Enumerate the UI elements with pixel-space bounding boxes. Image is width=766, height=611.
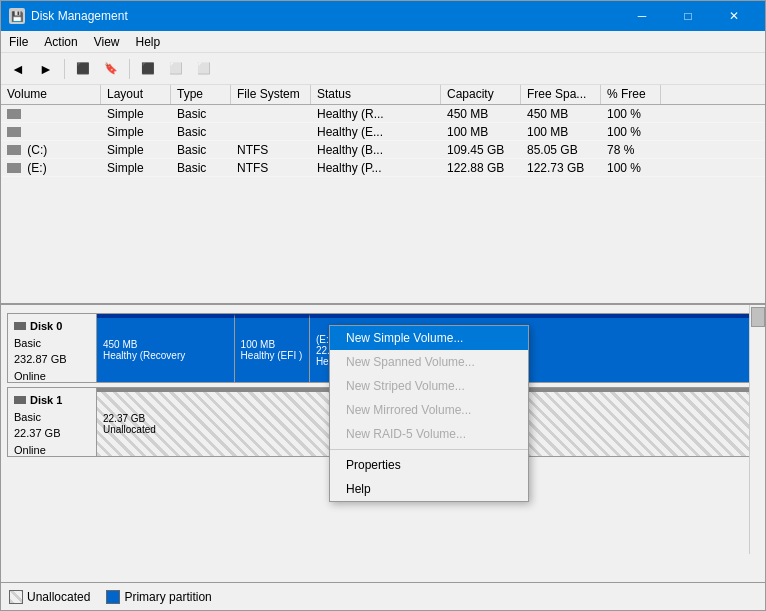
td-volume-2: (C:) (1, 142, 101, 158)
window-title: Disk Management (31, 9, 619, 23)
table-row[interactable]: Simple Basic Healthy (R... 450 MB 450 MB… (1, 105, 765, 123)
td-status-0: Healthy (R... (311, 106, 441, 122)
td-fs-1 (231, 131, 311, 133)
td-type-2: Basic (171, 142, 231, 158)
td-free-3: 122.73 GB (521, 160, 601, 176)
ctx-new-striped-volume: New Striped Volume... (330, 374, 528, 398)
td-volume-0 (1, 106, 101, 122)
legend-unallocated-box (9, 590, 23, 604)
back-button[interactable]: ◄ (5, 56, 31, 82)
menu-file[interactable]: File (1, 31, 36, 52)
partition-0-1[interactable]: 100 MB Healthy (EFI ) (235, 314, 310, 382)
legend-primary-label: Primary partition (124, 590, 211, 604)
td-status-3: Healthy (P... (311, 160, 441, 176)
title-bar: 💾 Disk Management ─ □ ✕ (1, 1, 765, 31)
scrollbar-thumb[interactable] (751, 307, 765, 327)
th-layout: Layout (101, 85, 171, 104)
legend-unallocated-label: Unallocated (27, 590, 90, 604)
menu-action[interactable]: Action (36, 31, 85, 52)
disk-area-scrollbar[interactable] (749, 305, 765, 554)
minimize-button[interactable]: ─ (619, 1, 665, 31)
td-cap-2: 109.45 GB (441, 142, 521, 158)
th-free: Free Spa... (521, 85, 601, 104)
partition-0-0[interactable]: 450 MB Healthy (Recovery (97, 314, 235, 382)
menu-bar: File Action View Help (1, 31, 765, 53)
table-header: Volume Layout Type File System Status Ca… (1, 85, 765, 105)
ctx-new-mirrored-volume: New Mirrored Volume... (330, 398, 528, 422)
td-status-1: Healthy (E... (311, 124, 441, 140)
toolbar-btn-4[interactable]: 🔖 (98, 56, 124, 82)
td-type-1: Basic (171, 124, 231, 140)
close-button[interactable]: ✕ (711, 1, 757, 31)
forward-button[interactable]: ► (33, 56, 59, 82)
td-fs-3: NTFS (231, 160, 311, 176)
th-pct: % Free (601, 85, 661, 104)
legend-primary: Primary partition (106, 590, 211, 604)
td-volume-1 (1, 124, 101, 140)
td-pct-0: 100 % (601, 106, 661, 122)
ctx-new-simple-volume[interactable]: New Simple Volume... (330, 326, 528, 350)
td-type-0: Basic (171, 106, 231, 122)
disk-1-label: Disk 1 Basic 22.37 GB Online (7, 387, 97, 457)
toolbar-separator-1 (64, 59, 65, 79)
ctx-separator (330, 449, 528, 450)
menu-view[interactable]: View (86, 31, 128, 52)
maximize-button[interactable]: □ (665, 1, 711, 31)
table-row[interactable]: (E:) Simple Basic NTFS Healthy (P... 122… (1, 159, 765, 177)
ctx-new-spanned-volume: New Spanned Volume... (330, 350, 528, 374)
window-icon: 💾 (9, 8, 25, 24)
td-type-3: Basic (171, 160, 231, 176)
th-capacity: Capacity (441, 85, 521, 104)
table-body: Simple Basic Healthy (R... 450 MB 450 MB… (1, 105, 765, 303)
legend-unallocated: Unallocated (9, 590, 90, 604)
ctx-help[interactable]: Help (330, 477, 528, 501)
legend-bar: Unallocated Primary partition (1, 582, 765, 610)
td-cap-1: 100 MB (441, 124, 521, 140)
td-fs-2: NTFS (231, 142, 311, 158)
table-row[interactable]: (C:) Simple Basic NTFS Healthy (B... 109… (1, 141, 765, 159)
td-volume-3: (E:) (1, 160, 101, 176)
legend-primary-box (106, 590, 120, 604)
toolbar-btn-5[interactable]: ⬛ (135, 56, 161, 82)
th-volume: Volume (1, 85, 101, 104)
td-pct-2: 78 % (601, 142, 661, 158)
toolbar-btn-6[interactable]: ⬜ (163, 56, 189, 82)
toolbar-btn-3[interactable]: ⬛ (70, 56, 96, 82)
td-status-2: Healthy (B... (311, 142, 441, 158)
td-cap-0: 450 MB (441, 106, 521, 122)
td-fs-0 (231, 113, 311, 115)
menu-help[interactable]: Help (128, 31, 169, 52)
table-area: Volume Layout Type File System Status Ca… (1, 85, 765, 305)
toolbar: ◄ ► ⬛ 🔖 ⬛ ⬜ ⬜ (1, 53, 765, 85)
main-window: 💾 Disk Management ─ □ ✕ File Action View… (0, 0, 766, 611)
toolbar-btn-7[interactable]: ⬜ (191, 56, 217, 82)
ctx-properties[interactable]: Properties (330, 453, 528, 477)
td-layout-2: Simple (101, 142, 171, 158)
td-cap-3: 122.88 GB (441, 160, 521, 176)
table-row[interactable]: Simple Basic Healthy (E... 100 MB 100 MB… (1, 123, 765, 141)
th-type: Type (171, 85, 231, 104)
toolbar-separator-2 (129, 59, 130, 79)
th-fs: File System (231, 85, 311, 104)
disk-0-label: Disk 0 Basic 232.87 GB Online (7, 313, 97, 383)
td-layout-0: Simple (101, 106, 171, 122)
td-free-1: 100 MB (521, 124, 601, 140)
td-free-2: 85.05 GB (521, 142, 601, 158)
td-layout-3: Simple (101, 160, 171, 176)
window-controls: ─ □ ✕ (619, 1, 757, 31)
td-free-0: 450 MB (521, 106, 601, 122)
td-layout-1: Simple (101, 124, 171, 140)
td-pct-3: 100 % (601, 160, 661, 176)
context-menu: New Simple Volume... New Spanned Volume.… (329, 325, 529, 502)
th-status: Status (311, 85, 441, 104)
td-pct-1: 100 % (601, 124, 661, 140)
ctx-new-raid5-volume: New RAID-5 Volume... (330, 422, 528, 446)
main-content: Volume Layout Type File System Status Ca… (1, 85, 765, 610)
